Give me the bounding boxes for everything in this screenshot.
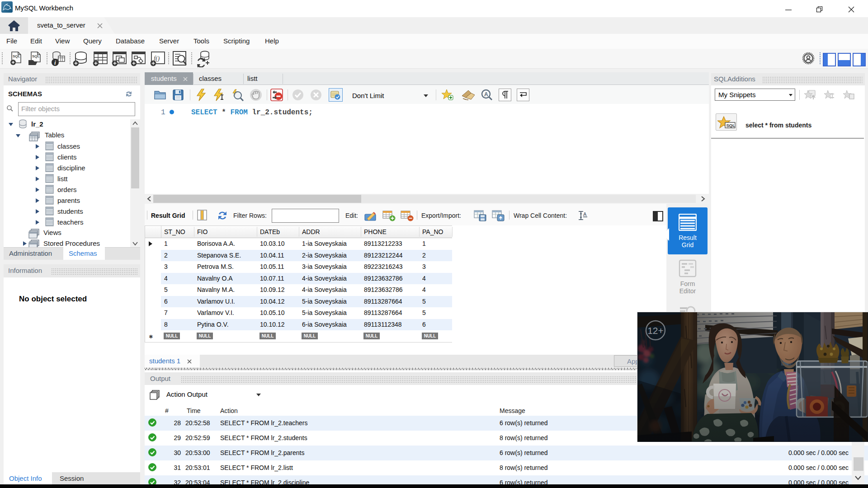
svg-text:i: i — [54, 59, 56, 66]
svg-text:A: A — [583, 211, 587, 217]
svg-text:SQL: SQL — [726, 123, 736, 128]
svg-text:SQL: SQL — [13, 54, 20, 58]
svg-text:A: A — [484, 91, 488, 98]
svg-text:SQL: SQL — [32, 54, 40, 58]
svg-text:12+: 12+ — [647, 325, 664, 336]
